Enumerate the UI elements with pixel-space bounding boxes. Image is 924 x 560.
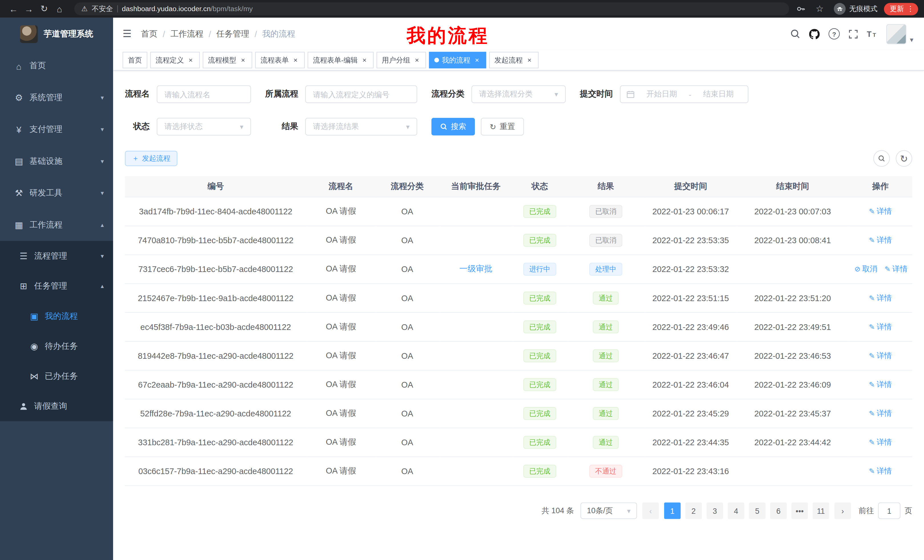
detail-action-link[interactable]: ✎详情 <box>869 351 892 360</box>
create-process-button[interactable]: ＋ 发起流程 <box>125 151 178 166</box>
sidebar-item-infrastructure[interactable]: ▤ 基础设施 ▼ <box>0 145 113 177</box>
help-icon[interactable]: ? <box>829 28 840 39</box>
result-tag: 通过 <box>593 436 619 449</box>
process-name-input[interactable] <box>157 85 251 103</box>
page-ellipsis[interactable]: ••• <box>792 502 808 519</box>
detail-action-link[interactable]: ✎详情 <box>885 265 908 273</box>
status-cell: 已完成 <box>513 370 567 399</box>
hamburger-icon[interactable]: ☰ <box>123 28 131 40</box>
avatar[interactable] <box>886 24 906 44</box>
tab-close-icon[interactable]: × <box>187 56 195 64</box>
sidebar-item-system[interactable]: ⚙ 系统管理 ▼ <box>0 82 113 114</box>
tab-label: 流程定义 <box>156 55 184 65</box>
reload-icon[interactable]: ↻ <box>36 3 52 14</box>
prev-page-button[interactable]: ‹ <box>642 502 659 519</box>
app-logo-row[interactable]: 芋道管理系统 <box>0 18 113 50</box>
status-cell: 进行中 <box>513 255 567 284</box>
process-category-cell: OA <box>375 341 439 370</box>
tab-close-icon[interactable]: × <box>292 56 300 64</box>
toggle-search-button[interactable] <box>873 150 890 167</box>
tab-close-icon[interactable]: × <box>361 56 368 64</box>
sidebar-item-home[interactable]: ⌂ 首页 <box>0 50 113 82</box>
browser-menu-icon[interactable]: ⋮ <box>907 5 914 13</box>
sidebar-item-todo-task[interactable]: ◉ 待办任务 <box>0 331 113 361</box>
detail-action-link[interactable]: ✎详情 <box>869 207 892 216</box>
tab-2[interactable]: 流程模型× <box>203 52 252 69</box>
result-select[interactable]: 请选择流结果 ▼ <box>305 118 417 136</box>
github-icon[interactable] <box>809 28 820 39</box>
tab-6[interactable]: 我的流程× <box>429 52 486 69</box>
process-def-input[interactable] <box>305 85 417 103</box>
font-size-icon[interactable]: TT <box>867 29 878 39</box>
sidebar-item-payment[interactable]: ¥ 支付管理 ▼ <box>0 114 113 145</box>
sidebar-item-workflow[interactable]: ▦ 工作流程 ▲ <box>0 209 113 241</box>
omnibox-divider <box>117 5 118 13</box>
tab-5[interactable]: 用户分组× <box>376 52 426 69</box>
sidebar-item-task-manage[interactable]: ⊞ 任务管理 ▲ <box>0 271 113 301</box>
breadcrumb-item[interactable]: 工作流程 <box>171 28 204 39</box>
address-bar[interactable]: ⚠ 不安全 dashboard.yudao.iocoder.cn/bpm/tas… <box>74 2 789 15</box>
reset-button[interactable]: ↻ 重置 <box>481 118 524 136</box>
tab-7[interactable]: 发起流程× <box>489 52 538 69</box>
action-label: 详情 <box>877 236 892 245</box>
submit-time-range-picker[interactable]: 开始日期 - 结束日期 <box>620 85 748 103</box>
tab-close-icon[interactable]: × <box>413 56 421 64</box>
breadcrumb-item[interactable]: 任务管理 <box>216 28 249 39</box>
page-number-button[interactable]: 6 <box>770 502 787 519</box>
sidebar-item-process-manage[interactable]: ☰ 流程管理 ▼ <box>0 241 113 271</box>
key-icon[interactable] <box>796 4 806 13</box>
detail-action-link[interactable]: ✎详情 <box>869 409 892 418</box>
result-cell: 通过 <box>567 341 645 370</box>
status-select[interactable]: 请选择状态 ▼ <box>157 118 251 136</box>
tab-close-icon[interactable]: × <box>526 56 533 64</box>
cancel-action-link[interactable]: ⊘取消 <box>855 265 878 273</box>
page-number-button[interactable]: 2 <box>685 502 702 519</box>
update-button[interactable]: 更新 ⋮ <box>884 3 918 15</box>
forward-icon[interactable]: → <box>21 4 36 14</box>
search-button[interactable]: 搜索 <box>432 118 475 136</box>
goto-page-input[interactable] <box>878 502 900 519</box>
breadcrumb-item[interactable]: 首页 <box>141 28 158 39</box>
bookmark-star-icon[interactable]: ☆ <box>812 3 828 14</box>
sidebar-item-done-task[interactable]: ⋈ 已办任务 <box>0 361 113 391</box>
result-tag: 通过 <box>593 349 619 362</box>
search-icon[interactable] <box>790 29 800 39</box>
refresh-table-button[interactable]: ↻ <box>896 150 912 167</box>
detail-icon: ✎ <box>869 380 875 389</box>
fullscreen-icon[interactable] <box>849 29 858 39</box>
detail-icon: ✎ <box>885 265 891 273</box>
user-menu[interactable]: ▼ <box>886 24 915 44</box>
column-header-end-time: 结束时间 <box>736 176 849 197</box>
sidebar-item-my-process[interactable]: ▣ 我的流程 <box>0 301 113 331</box>
page-number-button[interactable]: 11 <box>813 502 829 519</box>
sidebar-item-leave-query[interactable]: 请假查询 <box>0 391 113 421</box>
page-number-button[interactable]: 4 <box>728 502 744 519</box>
process-name-cell: OA 请假 <box>306 428 375 457</box>
browser-home-icon[interactable]: ⌂ <box>52 4 68 14</box>
tab-close-icon[interactable]: × <box>239 56 247 64</box>
page-number-button[interactable]: 5 <box>749 502 765 519</box>
category-select[interactable]: 请选择流程分类 ▼ <box>471 85 566 103</box>
detail-action-link[interactable]: ✎详情 <box>869 293 892 302</box>
breadcrumb-separator: / <box>209 29 211 39</box>
tab-close-icon[interactable]: × <box>473 56 481 64</box>
next-page-button[interactable]: › <box>834 502 851 519</box>
detail-action-link[interactable]: ✎详情 <box>869 437 892 446</box>
page-size-select[interactable]: 10条/页 ▼ <box>580 502 637 519</box>
page-number-button[interactable]: 1 <box>664 502 681 519</box>
result-tag: 通过 <box>593 292 619 304</box>
column-header-category: 流程分类 <box>375 176 439 197</box>
column-header-task: 当前审批任务 <box>439 176 513 197</box>
tab-4[interactable]: 流程表单-编辑× <box>308 52 374 69</box>
detail-action-link[interactable]: ✎详情 <box>869 322 892 331</box>
page-number-button[interactable]: 3 <box>706 502 723 519</box>
detail-action-link[interactable]: ✎详情 <box>869 236 892 245</box>
tab-0[interactable]: 首页 <box>123 52 147 69</box>
tab-1[interactable]: 流程定义× <box>150 52 200 69</box>
tab-3[interactable]: 流程表单× <box>255 52 304 69</box>
detail-action-link[interactable]: ✎详情 <box>869 380 892 389</box>
back-icon[interactable]: ← <box>6 4 21 14</box>
current-task-link[interactable]: 一级审批 <box>459 264 492 273</box>
sidebar-item-devtools[interactable]: ⚒ 研发工具 ▼ <box>0 177 113 209</box>
detail-action-link[interactable]: ✎详情 <box>869 467 892 476</box>
